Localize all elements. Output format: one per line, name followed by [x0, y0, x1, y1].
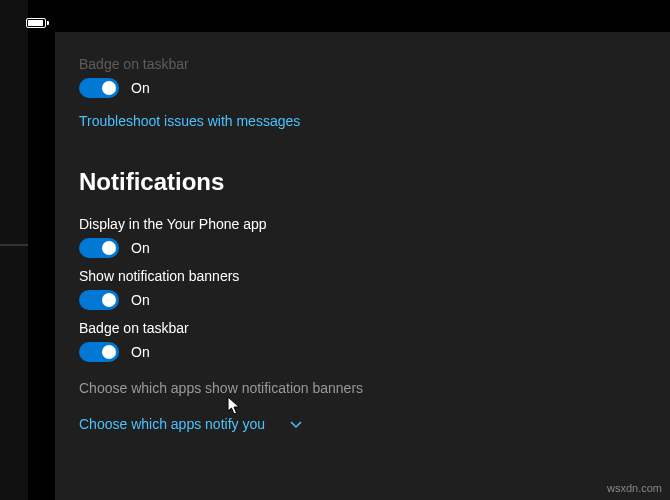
display-in-app-label: Display in the Your Phone app — [79, 216, 646, 232]
toggle-state-label: On — [131, 80, 150, 96]
settings-panel: Badge on taskbar On Troubleshoot issues … — [55, 32, 670, 500]
expand-link-label: Choose which apps notify you — [79, 416, 265, 432]
messages-badge-toggle[interactable] — [79, 78, 119, 98]
troubleshoot-messages-link[interactable]: Troubleshoot issues with messages — [79, 113, 300, 129]
choose-apps-banners-heading: Choose which apps show notification bann… — [79, 380, 646, 396]
notifications-heading: Notifications — [79, 168, 646, 196]
chevron-down-icon — [289, 418, 301, 430]
toggle-state-label: On — [131, 292, 150, 308]
sidebar — [0, 0, 28, 500]
display-in-app-toggle[interactable] — [79, 238, 119, 258]
choose-apps-notify-link[interactable]: Choose which apps notify you — [79, 416, 646, 432]
toggle-state-label: On — [131, 344, 150, 360]
badge-taskbar-toggle[interactable] — [79, 342, 119, 362]
sidebar-marker — [0, 244, 28, 246]
toggle-state-label: On — [131, 240, 150, 256]
watermark: wsxdn.com — [607, 482, 662, 494]
show-banners-label: Show notification banners — [79, 268, 646, 284]
battery-icon — [26, 18, 46, 28]
badge-taskbar-label-truncated: Badge on taskbar — [79, 56, 646, 72]
show-banners-toggle[interactable] — [79, 290, 119, 310]
badge-taskbar-label: Badge on taskbar — [79, 320, 646, 336]
